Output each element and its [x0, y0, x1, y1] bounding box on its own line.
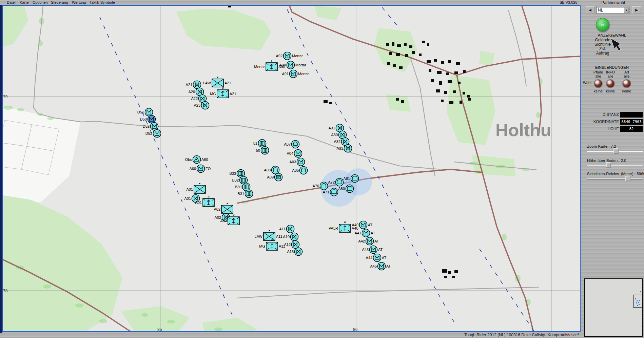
- map-unit-A20[interactable]: A20: [188, 88, 203, 96]
- menu-wertung[interactable]: Wertung: [72, 0, 86, 4]
- map-unit-D51[interactable]: D51: [137, 108, 153, 116]
- map-unit-A04[interactable]: A04: [287, 150, 302, 157]
- forest-area: [386, 94, 411, 112]
- map-unit-A13[interactable]: A13: [287, 248, 302, 256]
- svg-text:ø: ø: [222, 86, 224, 89]
- unit-callsign-label: A33: [336, 146, 343, 150]
- map-unit-A31[interactable]: A31: [328, 124, 344, 132]
- road-major: [457, 56, 580, 75]
- road-minor: [307, 136, 441, 169]
- map-unit-A42[interactable]: A42AT: [358, 237, 379, 245]
- map-canvas[interactable]: Holthu79788586A92MortarA90MortarA91Morta…: [3, 6, 580, 331]
- map-unit-A91[interactable]: A91Mortar: [282, 70, 309, 78]
- los-range-slider-value: 5969: [637, 172, 644, 176]
- building: [409, 45, 412, 48]
- knob-art[interactable]: [622, 79, 631, 88]
- building: [429, 69, 431, 72]
- map-unit-A07[interactable]: A07: [284, 141, 299, 148]
- building: [392, 42, 394, 46]
- menu-taktik-symbole[interactable]: Taktik-Symbole: [90, 0, 115, 4]
- building: [448, 60, 451, 63]
- test-button[interactable]: Test: [596, 18, 609, 31]
- los-range-slider-track[interactable]: [587, 178, 643, 179]
- map-unit-B31[interactable]: B31: [237, 190, 253, 198]
- map-unit-A12[interactable]: A12: [284, 241, 299, 249]
- map-unit-A33[interactable]: A33: [336, 145, 352, 152]
- unit-callsign-label: Mortar: [254, 65, 265, 69]
- party-next-button[interactable]: ▶: [632, 6, 641, 14]
- map-unit-A92[interactable]: A92Mortar: [276, 52, 303, 60]
- menu-datei[interactable]: Datei: [7, 0, 16, 4]
- forest-area: [121, 306, 190, 331]
- height-slider-track[interactable]: [587, 165, 643, 166]
- unit-callsign-label: A07: [284, 142, 291, 146]
- map-unit-A10[interactable]: A10: [283, 233, 298, 241]
- map-unit-D50[interactable]: D50: [140, 115, 156, 123]
- map-unit-D52[interactable]: D52: [143, 123, 158, 130]
- map-unit-A21[interactable]: A21: [186, 81, 201, 89]
- unit-type-label: AT: [368, 223, 373, 227]
- map-unit-A43[interactable]: A43AT: [362, 246, 383, 254]
- map-unit-D53[interactable]: D53: [145, 130, 161, 138]
- overview-minimap[interactable]: [584, 278, 643, 337]
- building: [467, 95, 470, 98]
- unit-type-label: AT: [378, 248, 383, 252]
- map-unit-A02[interactable]: A02: [214, 203, 233, 213]
- map-unit-LAW[interactable]: LAWA21: [203, 77, 231, 87]
- map-unit-A08[interactable]: A08: [264, 166, 279, 174]
- height-slider-handle[interactable]: [606, 162, 611, 168]
- map-unit-A30[interactable]: A30: [331, 131, 346, 139]
- unit-callsign-label: PALR: [329, 226, 338, 230]
- menu-steuerung[interactable]: Steuerung: [51, 0, 68, 4]
- building: [452, 276, 455, 278]
- hoehe-value: 82: [620, 126, 643, 132]
- unit-type-label: Mortar: [292, 54, 303, 58]
- map-unit-A60[interactable]: A60FO: [189, 165, 211, 173]
- map-unit-Obs[interactable]: ObsA60: [185, 156, 208, 164]
- map-unit-A44[interactable]: A44AT: [366, 254, 386, 262]
- party-dropdown[interactable]: NL ▼: [596, 7, 630, 14]
- zoom-slider-handle[interactable]: [613, 148, 619, 154]
- map-unit-MG[interactable]: øMGA21: [210, 86, 236, 98]
- height-slider-label: Höhe über Boden:: [587, 159, 619, 163]
- unit-type-label: Mortar: [298, 72, 309, 76]
- los-range-slider-handle[interactable]: [625, 176, 630, 181]
- knob-info[interactable]: [606, 79, 615, 88]
- unit-callsign-label: A70: [312, 184, 319, 188]
- party-prev-button[interactable]: ◀: [586, 6, 594, 14]
- map-unit-A45[interactable]: A45AT: [370, 262, 391, 270]
- map-unit-B30[interactable]: B30: [235, 183, 250, 191]
- map-unit-A23[interactable]: A23: [194, 102, 209, 109]
- map-unit-B33[interactable]: B33: [229, 170, 245, 177]
- map-unit-51[interactable]: 51: [253, 140, 266, 147]
- menu-optionen[interactable]: Optionen: [33, 0, 48, 4]
- unit-callsign-label: A71: [323, 190, 329, 194]
- unit-callsign-label: D53: [145, 131, 152, 135]
- minimap-viewport-box[interactable]: [633, 295, 643, 308]
- map-unit-A01[interactable]: A01: [186, 183, 206, 193]
- building: [386, 43, 389, 46]
- dropdown-arrow-icon[interactable]: ▼: [624, 7, 629, 13]
- map-unit-A22[interactable]: A22: [191, 95, 206, 103]
- building: [463, 92, 465, 94]
- map-unit-A09[interactable]: A09: [267, 173, 282, 181]
- map-unit-MG[interactable]: øMGA11: [259, 238, 285, 250]
- map-unit-A05[interactable]: A05: [292, 167, 307, 174]
- distanz-label: DISTANZ: [582, 112, 619, 117]
- map-unit-LAW[interactable]: LAWA11: [255, 230, 282, 240]
- zoom-slider-track[interactable]: [587, 151, 643, 152]
- map-unit-A32[interactable]: A32: [334, 138, 349, 146]
- map-unit-A03[interactable]: A03: [289, 158, 305, 166]
- einblendungen-title: EINBLENDUNGEN: [582, 65, 642, 69]
- map-unit-50[interactable]: 50: [256, 147, 269, 154]
- building: [422, 41, 425, 43]
- menu-karte[interactable]: Karte: [20, 0, 28, 4]
- unit-callsign-label: A45: [370, 264, 377, 268]
- building: [449, 101, 453, 104]
- map-unit-Mortar[interactable]: MortarA90: [254, 60, 285, 71]
- vegetation-glow: [502, 234, 507, 240]
- map-unit-B32[interactable]: B32: [232, 176, 247, 184]
- unit-callsign-label: A43: [362, 248, 369, 252]
- unit-callsign-label: A44: [366, 256, 372, 260]
- map-unit-A11[interactable]: A11: [279, 225, 294, 233]
